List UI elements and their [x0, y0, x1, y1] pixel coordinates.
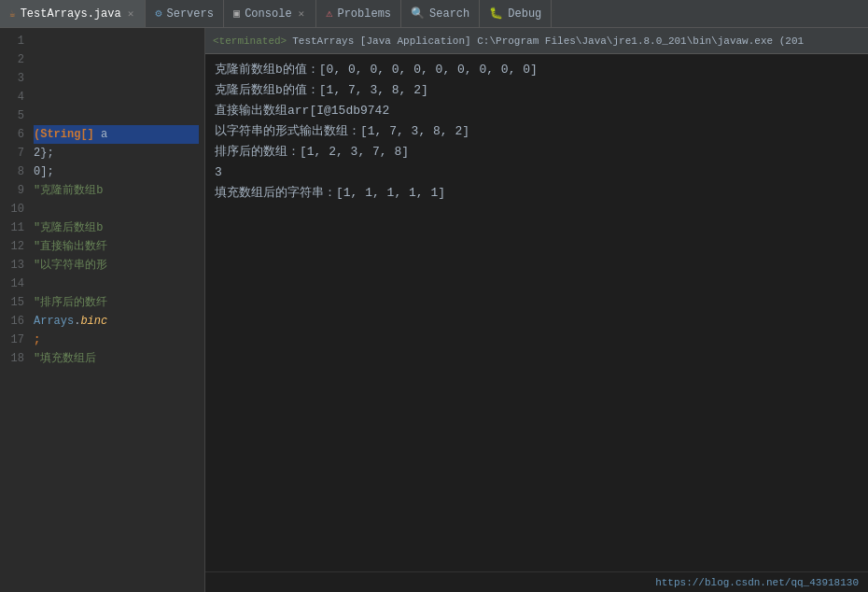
console-line: 直接输出数组arr[I@15db9742: [215, 101, 859, 121]
code-line: [34, 32, 199, 50]
console-panel: <terminated> TestArrays [Java Applicatio…: [205, 28, 868, 592]
code-line: [34, 106, 199, 125]
console-footer: https://blog.csdn.net/qq_43918130: [205, 571, 868, 592]
tab-java-label: TestArrays.java: [21, 7, 121, 21]
console-line: 填充数组后的字符串：[1, 1, 1, 1, 1]: [215, 183, 859, 204]
code-line: [34, 88, 199, 106]
java-icon: ☕: [9, 7, 16, 20]
console-line: 克隆前数组b的值：[0, 0, 0, 0, 0, 0, 0, 0, 0, 0]: [215, 60, 859, 80]
line-numbers: 123456789101112131415161718: [0, 28, 28, 592]
code-line: [34, 50, 199, 69]
tab-problems-label: Problems: [337, 7, 391, 21]
server-icon: ⚙: [155, 7, 161, 21]
run-path: TestArrays [Java Application] C:\Program…: [292, 35, 804, 47]
search-icon: 🔍: [411, 7, 425, 21]
tab-java-file[interactable]: ☕ TestArrays.java ✕: [0, 0, 146, 27]
terminated-label: <terminated>: [213, 35, 287, 47]
console-line: 以字符串的形式输出数组：[1, 7, 3, 8, 2]: [215, 121, 859, 142]
code-line: "以字符串的形: [34, 256, 199, 275]
tab-debug[interactable]: 🐛 Debug: [480, 0, 552, 27]
code-line: [34, 275, 199, 293]
code-line: "填充数组后: [34, 349, 199, 368]
console-toolbar: <terminated> TestArrays [Java Applicatio…: [205, 28, 868, 54]
problems-icon: ⚠: [326, 7, 332, 21]
code-line: [34, 200, 199, 218]
tab-close-console[interactable]: ✕: [297, 7, 307, 21]
tab-close-java[interactable]: ✕: [126, 7, 136, 21]
console-icon: ▣: [233, 7, 240, 21]
tab-search[interactable]: 🔍 Search: [401, 0, 480, 27]
tab-bar: ☕ TestArrays.java ✕ ⚙ Servers ▣ Console …: [0, 0, 868, 28]
console-output: 克隆前数组b的值：[0, 0, 0, 0, 0, 0, 0, 0, 0, 0]克…: [205, 54, 868, 571]
code-line: ;: [34, 331, 199, 349]
tab-problems[interactable]: ⚠ Problems: [316, 0, 401, 27]
tab-debug-label: Debug: [508, 7, 541, 21]
tab-console-label: Console: [245, 7, 291, 21]
code-line: 0];: [34, 162, 199, 181]
console-line: 3: [215, 162, 859, 183]
code-line: "排序后的数纤: [34, 293, 199, 312]
debug-icon: 🐛: [489, 7, 503, 21]
code-line: "直接输出数纤: [34, 237, 199, 256]
code-line: (String[] a: [34, 125, 199, 144]
console-line: 克隆后数组b的值：[1, 7, 3, 8, 2]: [215, 80, 859, 101]
footer-url: https://blog.csdn.net/qq_43918130: [655, 577, 859, 588]
code-line: [34, 69, 199, 88]
editor-lines: 123456789101112131415161718 (String[] a2…: [0, 28, 204, 592]
tab-console[interactable]: ▣ Console ✕: [224, 0, 316, 27]
code-area[interactable]: (String[] a2};0];"克隆前数组b"克隆后数组b"直接输出数纤"以…: [28, 28, 204, 592]
tab-servers-label: Servers: [167, 7, 214, 21]
code-line: Arrays.binc: [34, 312, 199, 331]
code-line: "克隆后数组b: [34, 218, 199, 237]
editor-panel: 123456789101112131415161718 (String[] a2…: [0, 28, 205, 592]
code-line: "克隆前数组b: [34, 181, 199, 200]
tab-search-label: Search: [429, 7, 469, 21]
console-line: 排序后的数组：[1, 2, 3, 7, 8]: [215, 142, 859, 162]
tab-servers[interactable]: ⚙ Servers: [146, 0, 224, 27]
code-line: 2};: [34, 144, 199, 162]
main-area: 123456789101112131415161718 (String[] a2…: [0, 28, 868, 592]
